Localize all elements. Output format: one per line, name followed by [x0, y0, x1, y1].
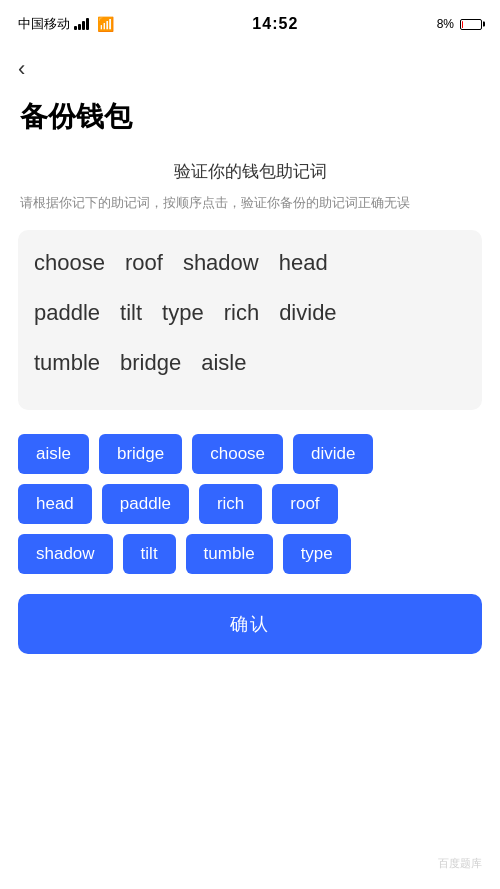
- chips-area: aisle bridge choose divide head paddle r…: [0, 434, 500, 574]
- chip-head[interactable]: head: [18, 484, 92, 524]
- chip-tumble[interactable]: tumble: [186, 534, 273, 574]
- word-item: roof: [125, 250, 163, 276]
- word-item: head: [279, 250, 328, 276]
- word-item: bridge: [120, 350, 181, 376]
- chip-paddle[interactable]: paddle: [102, 484, 189, 524]
- chips-row: head paddle rich roof: [18, 484, 482, 524]
- chip-shadow[interactable]: shadow: [18, 534, 113, 574]
- chip-aisle[interactable]: aisle: [18, 434, 89, 474]
- word-item: choose: [34, 250, 105, 276]
- section-desc: 请根据你记下的助记词，按顺序点击，验证你备份的助记词正确无误: [0, 193, 500, 214]
- word-item: tumble: [34, 350, 100, 376]
- status-left: 中国移动 📶: [18, 15, 114, 33]
- word-grid-row: choose roof shadow head: [34, 250, 466, 276]
- word-item: shadow: [183, 250, 259, 276]
- status-bar: 中国移动 📶 14:52 8%: [0, 0, 500, 44]
- battery-icon: [460, 19, 482, 30]
- watermark: 百度题库: [438, 856, 482, 871]
- battery-percent: 8%: [437, 17, 454, 31]
- chip-bridge[interactable]: bridge: [99, 434, 182, 474]
- word-item: divide: [279, 300, 336, 326]
- signal-icon: [74, 18, 89, 30]
- time-display: 14:52: [252, 15, 298, 33]
- chip-roof[interactable]: roof: [272, 484, 337, 524]
- word-item: rich: [224, 300, 259, 326]
- word-item: type: [162, 300, 204, 326]
- back-button[interactable]: ‹: [0, 44, 43, 90]
- chip-type[interactable]: type: [283, 534, 351, 574]
- wifi-icon: 📶: [97, 16, 114, 32]
- page-title: 备份钱包: [0, 90, 500, 160]
- word-grid-row: paddle tilt type rich divide: [34, 300, 466, 326]
- chip-tilt[interactable]: tilt: [123, 534, 176, 574]
- carrier-label: 中国移动: [18, 15, 70, 33]
- status-right: 8%: [437, 17, 482, 31]
- chips-row: shadow tilt tumble type: [18, 534, 482, 574]
- chips-row: aisle bridge choose divide: [18, 434, 482, 474]
- word-grid-container: choose roof shadow head paddle tilt type…: [18, 230, 482, 410]
- word-item: paddle: [34, 300, 100, 326]
- confirm-btn-wrapper: 确认: [0, 594, 500, 654]
- chip-rich[interactable]: rich: [199, 484, 262, 524]
- chip-divide[interactable]: divide: [293, 434, 373, 474]
- word-item: aisle: [201, 350, 246, 376]
- word-item: tilt: [120, 300, 142, 326]
- word-grid-row: tumble bridge aisle: [34, 350, 466, 376]
- chip-choose[interactable]: choose: [192, 434, 283, 474]
- section-title: 验证你的钱包助记词: [0, 160, 500, 183]
- confirm-button[interactable]: 确认: [18, 594, 482, 654]
